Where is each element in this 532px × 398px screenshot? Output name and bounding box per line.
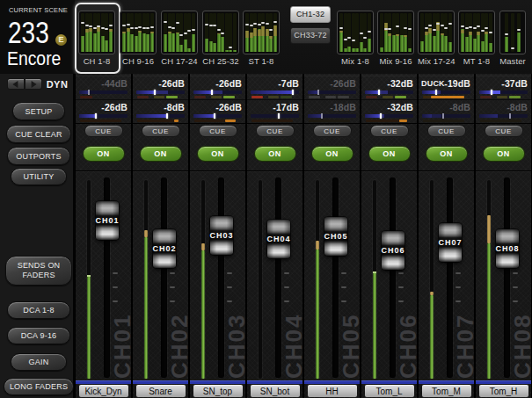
channel-on-button[interactable]: ON (83, 146, 125, 162)
channel-name[interactable]: HH (308, 385, 357, 397)
channel-name[interactable]: Snare (136, 385, 186, 397)
fader-slot[interactable] (161, 177, 167, 378)
channel-name[interactable]: Tom_M (422, 385, 471, 397)
cue-button[interactable]: CUE (84, 125, 123, 137)
dyn1-section[interactable]: DUCK-19dB (419, 76, 474, 100)
fader-cap[interactable]: CH07 (439, 223, 462, 262)
sidebar-button-dca-1-8[interactable]: DCA 1-8 (7, 301, 70, 319)
fader-scale-tick (513, 272, 518, 274)
sidebar-button-long-faders[interactable]: LONG FADERS (4, 378, 74, 395)
cue-button[interactable]: CUE (485, 125, 523, 137)
layer-button-ch33-72[interactable]: CH33-72 (290, 27, 331, 44)
channel-on-button[interactable]: ON (197, 146, 239, 162)
dyn-indicator-segment (251, 96, 263, 98)
channel-on-button[interactable]: ON (311, 146, 353, 162)
prev-page-button[interactable] (7, 78, 25, 90)
meter-bank-master[interactable] (499, 11, 526, 54)
meter-bank-mix-9-16[interactable] (377, 11, 414, 54)
meter-bank-ch-17-24[interactable] (161, 11, 198, 54)
cue-button[interactable]: CUE (256, 125, 295, 137)
fader-slot[interactable] (390, 177, 396, 378)
fader-slot[interactable] (275, 177, 281, 378)
channel-name[interactable]: Tom_H (479, 385, 528, 397)
dyn1-section[interactable]: -44dB (76, 76, 131, 100)
bank-meter-peak (404, 27, 407, 29)
meter-bank-mix-1-8[interactable] (337, 11, 374, 54)
bank-meter-peak (93, 27, 97, 29)
fader-slot[interactable] (332, 177, 339, 378)
fader-scale-tick (455, 286, 461, 288)
meter-bank-ch-1-8[interactable] (78, 11, 115, 54)
dyn-keyin-meter (136, 114, 185, 118)
dyn1-section[interactable]: -26dB (304, 76, 360, 100)
channel-name[interactable]: Tom_L (365, 385, 414, 397)
bank-meter-yellow-zone (425, 32, 428, 35)
dyn1-section[interactable]: -32dB (361, 76, 417, 100)
bank-label-mix-17-24: Mix 17-24 (418, 56, 455, 66)
sidebar-button-cue-clear[interactable]: CUE CLEAR (6, 125, 71, 143)
fader-slot[interactable] (447, 177, 453, 378)
dyn2-section[interactable]: -32dB (361, 99, 417, 124)
channel-on-button[interactable]: ON (368, 146, 411, 162)
cue-button[interactable]: CUE (427, 125, 466, 137)
next-page-button[interactable] (25, 78, 42, 90)
fader-cap[interactable]: CH02 (153, 229, 176, 268)
dyn2-section[interactable]: -18dB (304, 99, 360, 124)
meter-bank-mt-1-8[interactable] (458, 11, 495, 54)
fader-cap[interactable]: CH03 (210, 216, 233, 255)
dyn1-section[interactable]: -7dB (247, 76, 302, 100)
bank-meter-yellow-zone (258, 30, 261, 37)
channel-on-button[interactable]: ON (483, 146, 525, 162)
dyn2-section[interactable]: -8dB (476, 99, 531, 124)
sidebar-button-dca-9-16[interactable]: DCA 9-16 (7, 327, 70, 344)
dyn2-section[interactable]: -17dB (247, 99, 302, 124)
sidebar-button-utility[interactable]: UTILITY (11, 168, 67, 185)
dyn-keyin-meter (479, 90, 528, 94)
dyn1-section[interactable]: -37dB (476, 76, 531, 100)
bank-meter-bar (122, 13, 126, 52)
bank-meter-bar (187, 13, 191, 52)
bank-meter-bar (400, 13, 404, 52)
sidebar-button-outports[interactable]: OUTPORTS (7, 147, 70, 165)
bank-meter-bar (408, 13, 412, 52)
fader-slot[interactable] (218, 177, 224, 378)
dyn-keyin-tail (154, 90, 167, 94)
fader-cap[interactable]: CH01 (96, 201, 119, 240)
fader-slot[interactable] (504, 177, 510, 378)
channel-on-button[interactable]: ON (254, 146, 296, 162)
fader-cap[interactable]: CH05 (324, 217, 347, 256)
dyn2-section[interactable]: -26dB (190, 99, 245, 124)
cue-button[interactable]: CUE (313, 125, 352, 137)
channel-name[interactable]: Kick_Dyn (79, 385, 128, 397)
meter-bank-st-1-8[interactable] (243, 11, 280, 54)
bank-meter-peak (339, 27, 343, 29)
meter-bank-ch-25-32[interactable] (202, 11, 239, 54)
scene-display[interactable]: CURRENT SCENE 233 E Encore (0, 0, 75, 74)
dyn2-section[interactable]: -8dB (133, 99, 188, 124)
cue-button[interactable]: CUE (142, 125, 180, 137)
channel-name[interactable]: SN_bot (251, 385, 300, 397)
meter-bank-ch-9-16[interactable] (120, 11, 157, 54)
dyn2-section[interactable]: -8dB (419, 99, 474, 124)
channel-on-button[interactable]: ON (140, 146, 182, 162)
fader-cap[interactable]: CH08 (496, 229, 519, 268)
meter-bank-mix-17-24[interactable] (418, 11, 455, 54)
cue-button[interactable]: CUE (370, 125, 409, 137)
dyn1-section[interactable]: -26dB (133, 76, 188, 100)
channel-color-bar (361, 380, 417, 384)
cue-button[interactable]: CUE (199, 125, 237, 137)
channel-name[interactable]: SN_top (193, 385, 243, 397)
fader-cap[interactable]: CH06 (382, 231, 404, 270)
dyn-threshold-tick (154, 90, 156, 95)
dyn-keyin-fill (251, 90, 292, 94)
fader-cap[interactable]: CH04 (267, 220, 290, 258)
sidebar-button-sends-on-faders[interactable]: SENDS ON FADERS (5, 256, 72, 286)
bank-meter-bar (388, 13, 391, 52)
channel-on-button[interactable]: ON (426, 146, 468, 162)
bank-meter-fill (517, 33, 521, 52)
layer-button-ch1-32[interactable]: CH1-32 (290, 6, 331, 23)
sidebar-button-gain[interactable]: GAIN (11, 353, 67, 371)
sidebar-button-setup[interactable]: SETUP (12, 102, 65, 120)
dyn2-section[interactable]: -26dB (76, 99, 131, 124)
dyn1-section[interactable]: -26dB (190, 76, 245, 100)
